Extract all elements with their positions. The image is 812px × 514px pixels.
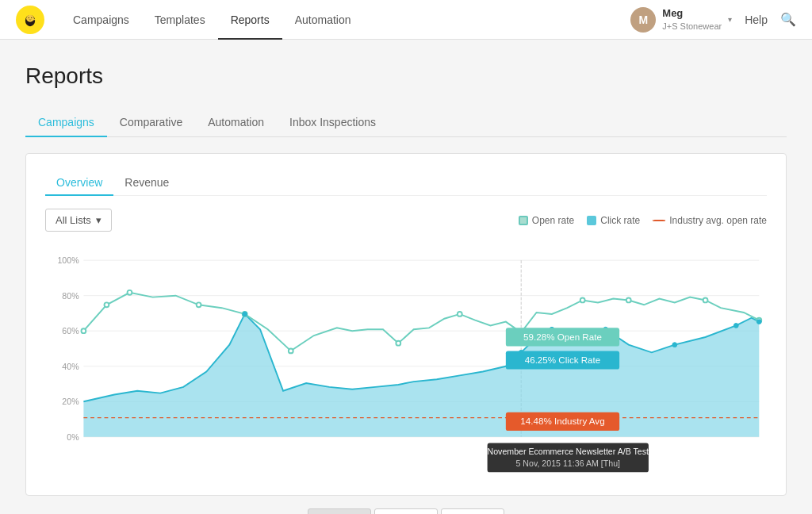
dropdown-chevron-icon: ▾: [96, 214, 102, 226]
svg-point-35: [672, 343, 677, 347]
svg-point-18: [82, 328, 86, 333]
mailchimp-logo[interactable]: [16, 6, 44, 34]
inner-tab-revenue[interactable]: Revenue: [113, 170, 180, 195]
user-chevron-icon: ▾: [728, 15, 732, 24]
svg-text:40%: 40%: [62, 362, 79, 371]
user-menu[interactable]: M Meg J+S Stonewear ▾: [630, 7, 732, 33]
legend-click-rate: Click rate: [587, 215, 640, 226]
inner-tabs: Overview Revenue: [45, 170, 767, 196]
nav-automation[interactable]: Automation: [282, 0, 364, 40]
tab-campaigns[interactable]: Campaigns: [25, 108, 107, 136]
svg-text:80%: 80%: [62, 291, 79, 301]
svg-point-24: [396, 341, 400, 346]
svg-text:46.25% Click Rate: 46.25% Click Rate: [525, 355, 600, 365]
legend-click-dot: [587, 216, 596, 225]
tab-bar: Campaigns Comparative Automation Inbox I…: [25, 108, 787, 137]
svg-text:20%: 20%: [62, 397, 79, 406]
svg-point-31: [243, 312, 247, 316]
help-link[interactable]: Help: [745, 13, 768, 26]
svg-point-28: [626, 298, 631, 303]
chart-card: Overview Revenue All Lists ▾ Open rate C…: [25, 153, 787, 496]
svg-text:November Ecommerce Newsletter : November Ecommerce Newsletter A/B Test: [488, 447, 649, 456]
tab-automation[interactable]: Automation: [195, 108, 277, 136]
nav-links: Campaigns Templates Reports Automation: [60, 0, 364, 40]
svg-point-36: [733, 324, 738, 328]
svg-point-20: [128, 290, 132, 295]
legend-industry-avg: Industry avg. open rate: [653, 215, 767, 226]
svg-point-23: [289, 348, 293, 353]
svg-point-19: [105, 302, 109, 307]
svg-point-27: [580, 298, 585, 303]
nav-campaigns[interactable]: Campaigns: [60, 0, 142, 40]
tab-comparative[interactable]: Comparative: [107, 108, 195, 136]
svg-point-4: [33, 18, 36, 20]
svg-point-1: [26, 14, 34, 21]
svg-point-3: [31, 17, 32, 17]
svg-text:59.28% Open Rate: 59.28% Open Rate: [523, 332, 602, 342]
chart-svg: 100% 80% 60% 40% 20% 0%: [45, 241, 767, 479]
chart-area: 100% 80% 60% 40% 20% 0%: [45, 241, 767, 479]
pagination-bar: Page 1 Page 2 Page 3: [25, 508, 787, 514]
filter-label: All Lists: [56, 214, 91, 226]
user-name: Meg: [662, 7, 722, 21]
chart-toolbar: All Lists ▾ Open rate Click rate Industr…: [45, 209, 767, 232]
nav-reports[interactable]: Reports: [218, 0, 282, 40]
svg-text:60%: 60%: [62, 326, 79, 336]
page-btn-1[interactable]: Page 1: [308, 508, 371, 514]
legend-click-label: Click rate: [600, 215, 640, 226]
chart-legend: Open rate Click rate Industry avg. open …: [519, 215, 767, 226]
legend-industry-line: [653, 220, 665, 221]
nav-templates[interactable]: Templates: [142, 0, 218, 40]
svg-text:100%: 100%: [57, 255, 79, 265]
legend-open-label: Open rate: [532, 215, 574, 226]
legend-open-rate: Open rate: [519, 215, 574, 226]
user-org: J+S Stonewear: [662, 21, 722, 32]
nav-right: M Meg J+S Stonewear ▾ Help 🔍: [630, 7, 796, 33]
search-icon[interactable]: 🔍: [780, 12, 796, 27]
svg-text:5 Nov, 2015 11:36 AM [Thu]: 5 Nov, 2015 11:36 AM [Thu]: [516, 458, 621, 468]
inner-tab-overview[interactable]: Overview: [45, 170, 113, 195]
svg-point-37: [756, 320, 761, 324]
user-info: Meg J+S Stonewear: [662, 7, 722, 32]
page-btn-3[interactable]: Page 3: [441, 508, 504, 514]
svg-text:0%: 0%: [67, 432, 79, 442]
legend-industry-label: Industry avg. open rate: [669, 215, 767, 226]
svg-point-21: [197, 302, 201, 307]
svg-text:14.48% Industry Avg: 14.48% Industry Avg: [520, 416, 604, 426]
svg-point-2: [29, 17, 29, 17]
page-btn-2[interactable]: Page 2: [374, 508, 438, 514]
svg-point-25: [458, 312, 462, 316]
legend-open-dot: [519, 216, 528, 225]
page-title: Reports: [25, 63, 787, 89]
page-content: Reports Campaigns Comparative Automation…: [10, 40, 802, 514]
svg-point-29: [703, 298, 708, 303]
list-filter-dropdown[interactable]: All Lists ▾: [45, 209, 112, 232]
avatar: M: [630, 7, 656, 33]
top-nav: Campaigns Templates Reports Automation M…: [0, 0, 812, 40]
tab-inbox-inspections[interactable]: Inbox Inspections: [277, 108, 389, 136]
